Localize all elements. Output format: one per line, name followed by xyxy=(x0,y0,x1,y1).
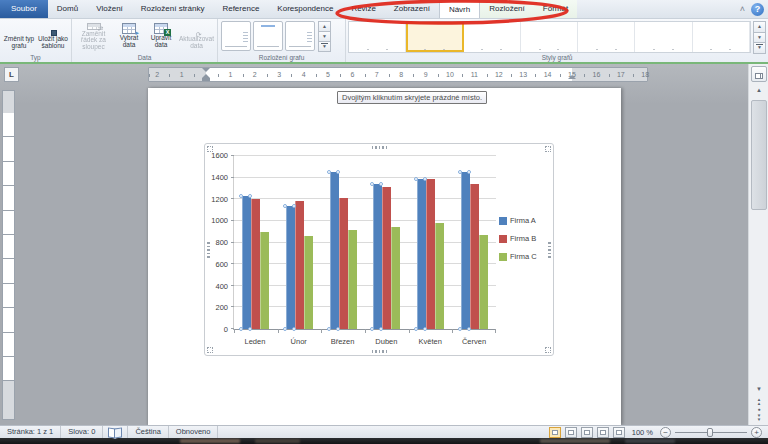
tab-rozlozeni-stranky[interactable]: Rozložení stránky xyxy=(132,0,214,18)
select-browse-object-icon[interactable]: ● xyxy=(751,406,767,412)
zoom-slider-thumb[interactable] xyxy=(707,428,713,437)
vertical-scrollbar[interactable]: ▲ ▼ ▲▲ ● ▼▼ xyxy=(748,64,768,425)
zoom-out-button[interactable]: − xyxy=(660,427,671,438)
bar-firma-a-duben[interactable] xyxy=(373,184,382,329)
view-print-layout-button[interactable] xyxy=(549,427,561,438)
refresh-data-icon: ⟳ xyxy=(196,22,198,35)
bar-firma-b-cerven[interactable] xyxy=(470,184,479,329)
language-indicator[interactable]: Čeština xyxy=(127,426,168,438)
bar-firma-b-leden[interactable] xyxy=(251,199,260,329)
tab-rozlozeni[interactable]: Rozložení xyxy=(480,0,534,18)
zmenit-typ-grafu-button[interactable]: Změnit typ grafu xyxy=(2,20,36,52)
bar-firma-c-leden[interactable] xyxy=(260,232,269,329)
minimize-ribbon-icon[interactable]: ˄ xyxy=(740,2,745,16)
excel-badge-icon: X xyxy=(164,29,171,36)
first-line-indent-marker[interactable] xyxy=(202,68,210,72)
bar-firma-a-brezen[interactable] xyxy=(330,172,339,329)
ruler-halftick xyxy=(535,74,536,77)
upravit-data-button[interactable]: XUpravit data xyxy=(145,20,177,52)
page-count-indicator[interactable]: Stránka: 1 z 1 xyxy=(0,426,61,438)
next-page-icon[interactable]: ▼▼ xyxy=(751,414,767,422)
bar-firma-c-brezen[interactable] xyxy=(348,230,357,329)
tab-navrh[interactable]: Návrh xyxy=(439,0,480,18)
bar-firma-a-kveten[interactable] xyxy=(417,179,426,329)
chart-style-thumbnail-9[interactable] xyxy=(596,28,598,50)
chart-handle-bottom-left[interactable] xyxy=(207,347,213,353)
chart-layout-thumbnail-2[interactable] xyxy=(253,21,283,51)
previous-page-icon[interactable]: ▲▲ xyxy=(751,398,767,406)
chart-style-thumbnail-2[interactable] xyxy=(386,28,388,50)
view-fullscreen-reading-button[interactable] xyxy=(565,427,577,438)
chart-style-thumbnail-8[interactable] xyxy=(557,28,559,50)
tab-zobrazeni[interactable]: Zobrazení xyxy=(385,0,439,18)
embedded-chart[interactable]: 02004006008001000120014001600 LedenÚnorB… xyxy=(204,143,554,356)
chart-plot-area[interactable] xyxy=(233,156,496,330)
bar-firma-c-kveten[interactable] xyxy=(435,223,444,330)
legend-entry-firma-b[interactable]: Firma B xyxy=(499,234,549,243)
bar-firma-b-duben[interactable] xyxy=(382,187,391,329)
chart-style-thumbnail-3[interactable] xyxy=(424,28,426,50)
view-draft-button[interactable] xyxy=(613,427,625,438)
bar-firma-b-kveten[interactable] xyxy=(426,179,435,329)
chart-handle-bottom-right[interactable] xyxy=(545,347,551,353)
chart-style-thumbnail-5[interactable] xyxy=(481,28,483,50)
bar-firma-a-cerven[interactable] xyxy=(461,172,470,329)
scroll-up-icon[interactable]: ▲ xyxy=(751,83,767,97)
chart-style-thumbnail-7[interactable] xyxy=(539,28,541,50)
chart-handle-bottom[interactable] xyxy=(372,350,388,353)
bar-firma-b-brezen[interactable] xyxy=(339,198,348,329)
document-state-indicator[interactable]: Obnoveno xyxy=(169,426,219,438)
chart-legend[interactable]: Firma AFirma BFirma C xyxy=(499,216,549,261)
ulozit-jako-sablonu-button[interactable]: Uložit jako šablonu xyxy=(36,20,70,52)
right-indent-marker[interactable] xyxy=(568,75,576,79)
vybrat-data-button[interactable]: ▸Vybrat data xyxy=(113,20,145,52)
chart-layout-thumbnail-1[interactable] xyxy=(221,21,251,51)
legend-entry-firma-c[interactable]: Firma C xyxy=(499,252,549,261)
tab-domu[interactable]: Domů xyxy=(48,0,87,18)
legend-entry-firma-a[interactable]: Firma A xyxy=(499,216,549,225)
chart-handle-top-left[interactable] xyxy=(207,146,213,152)
view-outline-button[interactable] xyxy=(597,427,609,438)
chart-style-thumbnail-11[interactable] xyxy=(653,28,655,50)
tab-vlozeni[interactable]: Vložení xyxy=(87,0,132,18)
zoom-slider-track[interactable] xyxy=(675,432,747,433)
tab-korespondence[interactable]: Korespondence xyxy=(268,0,342,18)
chart-handle-left[interactable] xyxy=(207,242,210,258)
zoom-in-button[interactable]: + xyxy=(751,427,762,438)
proofing-icon[interactable] xyxy=(108,428,122,437)
chart-style-thumbnail-14[interactable] xyxy=(729,28,731,50)
bar-firma-b-unor[interactable] xyxy=(295,201,304,329)
bar-firma-a-unor[interactable] xyxy=(286,206,295,329)
layout-gallery-more-icon[interactable]: ▼ xyxy=(318,41,331,52)
word-count-indicator[interactable]: Slova: 0 xyxy=(61,426,103,438)
help-icon[interactable]: ? xyxy=(751,3,764,16)
bar-firma-c-duben[interactable] xyxy=(391,227,400,329)
tab-reference[interactable]: Reference xyxy=(213,0,268,18)
tab-selector[interactable]: L xyxy=(4,67,19,82)
chart-style-thumbnail-4[interactable] xyxy=(443,28,445,50)
chart-style-thumbnail-10[interactable] xyxy=(615,28,617,50)
chart-style-thumbnail-1[interactable] xyxy=(367,28,369,50)
x-axis-tick xyxy=(278,329,279,333)
tab-format[interactable]: Formát xyxy=(534,0,577,18)
ruler-halftick xyxy=(462,74,463,77)
chart-style-thumbnail-6[interactable] xyxy=(500,28,502,50)
left-indent-marker[interactable] xyxy=(202,78,210,81)
chart-handle-right[interactable] xyxy=(548,242,551,258)
chart-layout-thumbnail-3[interactable] xyxy=(285,21,315,51)
bar-firma-a-leden[interactable] xyxy=(242,196,251,329)
file-tab[interactable]: Soubor xyxy=(0,0,48,18)
tab-revize[interactable]: Revize xyxy=(342,0,384,18)
ruler-toggle-button[interactable] xyxy=(751,66,767,82)
zoom-level[interactable]: 100 % xyxy=(632,428,653,437)
chart-handle-top[interactable] xyxy=(372,146,388,149)
styles-gallery-more-icon[interactable]: ▼ xyxy=(753,42,766,54)
scrollbar-thumb[interactable] xyxy=(751,100,767,210)
chart-style-thumbnail-13[interactable] xyxy=(710,28,712,50)
scroll-down-icon[interactable]: ▼ xyxy=(751,382,767,396)
chart-handle-top-right[interactable] xyxy=(545,146,551,152)
bar-firma-c-cerven[interactable] xyxy=(479,235,488,329)
chart-style-thumbnail-12[interactable] xyxy=(672,28,674,50)
bar-firma-c-unor[interactable] xyxy=(304,236,313,329)
view-web-layout-button[interactable] xyxy=(581,427,593,438)
